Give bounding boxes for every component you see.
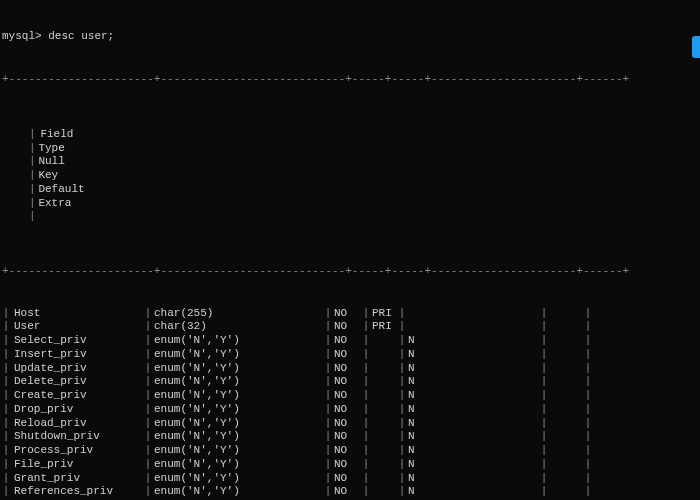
cell-type: enum('N','Y') bbox=[152, 375, 324, 389]
cell-default: N bbox=[406, 348, 540, 362]
cell-field: Process_priv bbox=[10, 444, 144, 458]
table-border-mid: +----------------------+----------------… bbox=[2, 265, 700, 279]
cell-field: Insert_priv bbox=[10, 348, 144, 362]
cell-null: NO bbox=[332, 417, 362, 431]
cell-type: enum('N','Y') bbox=[152, 389, 324, 403]
cell-null: NO bbox=[332, 334, 362, 348]
table-header-row: |Field |Type |Null |Key |Default |Extra … bbox=[2, 114, 700, 238]
cell-field: References_priv bbox=[10, 485, 144, 499]
table-row: |User|char(32)|NO|PRI||| bbox=[2, 320, 700, 334]
cell-type: enum('N','Y') bbox=[152, 362, 324, 376]
cell-null: NO bbox=[332, 375, 362, 389]
cell-null: NO bbox=[332, 362, 362, 376]
side-tab-icon[interactable] bbox=[692, 36, 700, 58]
cell-type: enum('N','Y') bbox=[152, 458, 324, 472]
cell-field: Drop_priv bbox=[10, 403, 144, 417]
cell-field: Grant_priv bbox=[10, 472, 144, 486]
cell-field: Delete_priv bbox=[10, 375, 144, 389]
cell-type: enum('N','Y') bbox=[152, 334, 324, 348]
cell-null: NO bbox=[332, 458, 362, 472]
cell-default: N bbox=[406, 472, 540, 486]
cell-field: User bbox=[10, 320, 144, 334]
col-header-extra: Extra bbox=[36, 197, 72, 211]
cell-null: NO bbox=[332, 485, 362, 499]
cell-default: N bbox=[406, 389, 540, 403]
cell-null: NO bbox=[332, 444, 362, 458]
cell-field: File_priv bbox=[10, 458, 144, 472]
cell-field: Host bbox=[10, 307, 144, 321]
cell-default: N bbox=[406, 430, 540, 444]
table-row: |Delete_priv|enum('N','Y')|NO||N|| bbox=[2, 375, 700, 389]
cell-default: N bbox=[406, 417, 540, 431]
col-header-field: Field bbox=[36, 128, 170, 142]
cell-default: N bbox=[406, 444, 540, 458]
cell-field: Shutdown_priv bbox=[10, 430, 144, 444]
table-row: |Grant_priv|enum('N','Y')|NO||N|| bbox=[2, 472, 700, 486]
table-row: |Insert_priv|enum('N','Y')|NO||N|| bbox=[2, 348, 700, 362]
cell-null: NO bbox=[332, 348, 362, 362]
cell-field: Select_priv bbox=[10, 334, 144, 348]
table-row: |Reload_priv|enum('N','Y')|NO||N|| bbox=[2, 417, 700, 431]
cell-type: enum('N','Y') bbox=[152, 485, 324, 499]
cell-null: NO bbox=[332, 403, 362, 417]
cell-key: PRI bbox=[370, 320, 398, 334]
table-row: |Update_priv|enum('N','Y')|NO||N|| bbox=[2, 362, 700, 376]
cell-null: NO bbox=[332, 320, 362, 334]
cell-null: NO bbox=[332, 430, 362, 444]
cell-default: N bbox=[406, 403, 540, 417]
cell-type: enum('N','Y') bbox=[152, 348, 324, 362]
col-header-null: Null bbox=[36, 155, 66, 169]
cell-type: enum('N','Y') bbox=[152, 472, 324, 486]
cell-type: enum('N','Y') bbox=[152, 430, 324, 444]
cell-type: enum('N','Y') bbox=[152, 417, 324, 431]
cell-field: Update_priv bbox=[10, 362, 144, 376]
cell-type: enum('N','Y') bbox=[152, 444, 324, 458]
cell-default: N bbox=[406, 458, 540, 472]
cell-default: N bbox=[406, 485, 540, 499]
mysql-prompt: mysql> desc user; bbox=[2, 30, 700, 44]
col-header-type: Type bbox=[36, 142, 208, 156]
table-row: |Drop_priv|enum('N','Y')|NO||N|| bbox=[2, 403, 700, 417]
table-row: |Process_priv|enum('N','Y')|NO||N|| bbox=[2, 444, 700, 458]
table-row: |References_priv|enum('N','Y')|NO||N|| bbox=[2, 485, 700, 499]
cell-default: N bbox=[406, 334, 540, 348]
table-row: |File_priv|enum('N','Y')|NO||N|| bbox=[2, 458, 700, 472]
cell-null: NO bbox=[332, 389, 362, 403]
cell-default: N bbox=[406, 375, 540, 389]
col-header-key: Key bbox=[36, 169, 64, 183]
cell-default: N bbox=[406, 362, 540, 376]
table-row: |Create_priv|enum('N','Y')|NO||N|| bbox=[2, 389, 700, 403]
col-header-default: Default bbox=[36, 183, 170, 197]
cell-field: Create_priv bbox=[10, 389, 144, 403]
cell-type: char(32) bbox=[152, 320, 324, 334]
cell-field: Reload_priv bbox=[10, 417, 144, 431]
table-row: |Host|char(255)|NO|PRI||| bbox=[2, 307, 700, 321]
cell-type: enum('N','Y') bbox=[152, 403, 324, 417]
cell-null: NO bbox=[332, 472, 362, 486]
table-row: |Select_priv|enum('N','Y')|NO||N|| bbox=[2, 334, 700, 348]
cell-type: char(255) bbox=[152, 307, 324, 321]
cell-null: NO bbox=[332, 307, 362, 321]
terminal-output[interactable]: mysql> desc user; +---------------------… bbox=[0, 0, 700, 500]
cell-key: PRI bbox=[370, 307, 398, 321]
table-border-top: +----------------------+----------------… bbox=[2, 73, 700, 87]
table-row: |Shutdown_priv|enum('N','Y')|NO||N|| bbox=[2, 430, 700, 444]
